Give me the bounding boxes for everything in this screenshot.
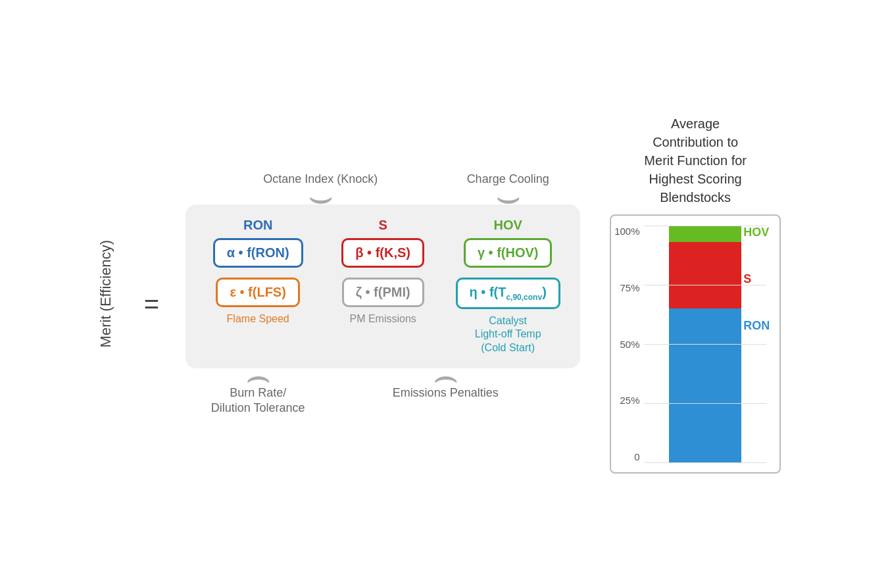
ron-legend-dot [725,324,738,328]
y-label-100: 100% [614,226,639,237]
equals-sign: = [144,289,159,319]
hov-cell: HOV γ • f(HOV) [452,218,564,268]
s-cell: S β • f(K,S) [327,218,439,268]
s-legend-dot [725,278,738,281]
catalyst-subscript: c,90,conv [506,293,542,302]
catalyst-formula-start: η • f(T [470,285,506,299]
catalyst-formula-end: ) [542,285,547,299]
legend-s: S [725,272,770,286]
catalyst-sublabel: Catalyst Light-off Temp (Cold Start) [475,314,541,355]
s-label: S [379,218,387,233]
top-brace-charge: ⌣ [495,189,521,205]
y-label-0: 0 [634,451,639,462]
ron-label: RON [243,218,272,233]
y-label-75: 75% [620,282,640,293]
chart-container: 100% 75% 50% 25% 0 [610,214,781,474]
hov-legend-dot [725,231,738,234]
y-label-25: 25% [620,395,640,406]
emissions-footer: ⌢ Emissions Penalties [327,368,564,416]
burn-rate-footer: ⌢ Burn Rate/Dilution Tolerance [202,368,314,416]
merit-label: Merit (Efficiency) [97,240,114,347]
ron-box: α • f(RON) [213,238,303,268]
y-axis: 100% 75% 50% 25% 0 [614,226,639,462]
main-container: Merit (Efficiency) = Octane Index (Knock… [0,0,888,588]
pmi-box: ζ • f(PMI) [342,278,424,307]
catalyst-box: η • f(Tc,90,conv) [456,278,560,309]
y-label-50: 50% [620,339,640,350]
formula-outer: Octane Index (Knock) ⌣ Charge Cooling ⌣ … [185,172,580,416]
bottom-brace-emissions: ⌢ [433,368,458,384]
legend-hov: HOV [725,226,770,239]
burn-rate-label: Burn Rate/Dilution Tolerance [211,385,305,416]
pmi-sublabel: PM Emissions [349,312,416,326]
formula-grid: RON α • f(RON) S β • f(K,S) HOV γ • f(HO… [185,205,580,368]
chart-title: AverageContribution toMerit Function for… [644,114,747,207]
top-brace-octane: ⌣ [308,189,333,205]
ron-cell: RON α • f(RON) [202,218,314,268]
catalyst-cell: η • f(Tc,90,conv) Catalyst Light-off Tem… [452,278,564,355]
pmi-cell: ζ • f(PMI) PM Emissions [327,278,439,355]
headers-row: Octane Index (Knock) ⌣ Charge Cooling ⌣ [185,172,580,204]
charge-cooling-header: Charge Cooling ⌣ [452,172,564,204]
lfs-cell: ε • f(LFS) Flame Speed [202,278,314,355]
octane-index-header: Octane Index (Knock) ⌣ [202,172,439,204]
lfs-sublabel: Flame Speed [227,312,289,326]
hov-label: HOV [494,218,522,233]
s-box: β • f(K,S) [341,238,424,268]
chart-section: AverageContribution toMerit Function for… [600,114,791,474]
legend: HOV S RON [725,226,770,333]
bottom-brace-burn: ⌢ [245,368,271,384]
legend-ron: RON [725,319,770,333]
footers-row: ⌢ Burn Rate/Dilution Tolerance ⌢ Emissio… [185,368,580,416]
grid-line-0 [644,462,766,463]
lfs-box: ε • f(LFS) [216,278,299,307]
hov-box: γ • f(HOV) [464,238,553,268]
